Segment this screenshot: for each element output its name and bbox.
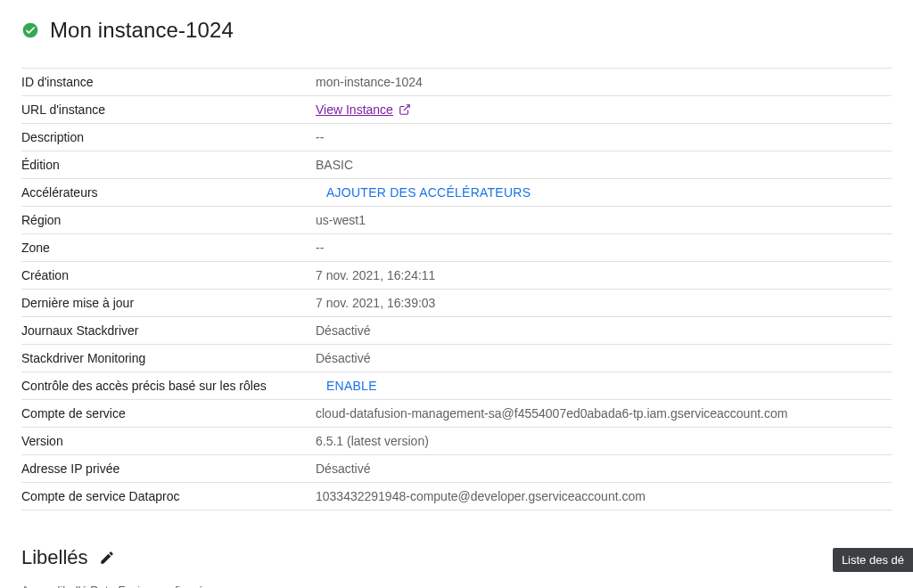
value-zone: -- [316, 234, 892, 262]
value-accelerators: AJOUTER DES ACCÉLÉRATEURS [316, 179, 892, 207]
row-service-account: Compte de service cloud-datafusion-manag… [21, 400, 892, 428]
svg-line-1 [404, 105, 409, 110]
edit-labels-icon[interactable] [99, 550, 115, 566]
label-service-account: Compte de service [21, 400, 316, 428]
value-edition: BASIC [316, 151, 892, 179]
label-last-update: Dernière mise à jour [21, 290, 316, 317]
status-success-icon [21, 21, 39, 39]
view-instance-link-text: View Instance [316, 102, 393, 117]
label-creation: Création [21, 262, 316, 290]
labels-empty-message: Aucun libellé Data Fusion configuré [21, 584, 892, 588]
row-edition: Édition BASIC [21, 151, 892, 179]
view-instance-link[interactable]: View Instance [316, 102, 411, 117]
svg-point-0 [23, 23, 38, 38]
row-instance-url: URL d'instance View Instance [21, 96, 892, 124]
row-last-update: Dernière mise à jour 7 nov. 2021, 16:39:… [21, 290, 892, 317]
label-stackdriver-monitoring: Stackdriver Monitoring [21, 345, 316, 372]
row-version: Version 6.5.1 (latest version) [21, 428, 892, 455]
value-private-ip: Désactivé [316, 455, 892, 483]
row-description: Description -- [21, 124, 892, 151]
value-last-update: 7 nov. 2021, 16:39:03 [316, 290, 892, 317]
row-dataproc-service-account: Compte de service Dataproc 1033432291948… [21, 483, 892, 510]
page-title: Mon instance-1024 [50, 18, 234, 43]
value-rbac: ENABLE [316, 372, 892, 400]
value-service-account: cloud-datafusion-management-sa@f4554007e… [316, 400, 892, 428]
row-creation: Création 7 nov. 2021, 16:24:11 [21, 262, 892, 290]
label-accelerators: Accélérateurs [21, 179, 316, 207]
value-stackdriver-logs: Désactivé [316, 317, 892, 345]
value-stackdriver-monitoring: Désactivé [316, 345, 892, 372]
value-dataproc-service-account: 1033432291948-compute@developer.gservice… [316, 483, 892, 510]
labels-section-header: Libellés [21, 546, 892, 569]
row-stackdriver-monitoring: Stackdriver Monitoring Désactivé [21, 345, 892, 372]
row-zone: Zone -- [21, 234, 892, 262]
label-description: Description [21, 124, 316, 151]
row-instance-id: ID d'instance mon-instance-1024 [21, 69, 892, 96]
label-private-ip: Adresse IP privée [21, 455, 316, 483]
row-rbac: Contrôle des accès précis basé sur les r… [21, 372, 892, 400]
label-version: Version [21, 428, 316, 455]
labels-title: Libellés [21, 546, 88, 569]
row-accelerators: Accélérateurs AJOUTER DES ACCÉLÉRATEURS [21, 179, 892, 207]
add-accelerators-button[interactable]: AJOUTER DES ACCÉLÉRATEURS [316, 185, 531, 200]
label-region: Région [21, 207, 316, 234]
enable-rbac-button[interactable]: ENABLE [316, 379, 377, 393]
label-instance-id: ID d'instance [21, 69, 316, 96]
value-instance-url: View Instance [316, 96, 892, 124]
label-edition: Édition [21, 151, 316, 179]
label-stackdriver-logs: Journaux Stackdriver [21, 317, 316, 345]
row-private-ip: Adresse IP privée Désactivé [21, 455, 892, 483]
value-description: -- [316, 124, 892, 151]
value-version: 6.5.1 (latest version) [316, 428, 892, 455]
floating-chip[interactable]: Liste des dé [833, 548, 913, 572]
external-link-icon [399, 103, 411, 116]
label-rbac: Contrôle des accès précis basé sur les r… [21, 372, 316, 400]
page-header: Mon instance-1024 [21, 18, 892, 43]
value-creation: 7 nov. 2021, 16:24:11 [316, 262, 892, 290]
value-instance-id: mon-instance-1024 [316, 69, 892, 96]
label-zone: Zone [21, 234, 316, 262]
value-region: us-west1 [316, 207, 892, 234]
row-region: Région us-west1 [21, 207, 892, 234]
row-stackdriver-logs: Journaux Stackdriver Désactivé [21, 317, 892, 345]
label-dataproc-service-account: Compte de service Dataproc [21, 483, 316, 510]
label-instance-url: URL d'instance [21, 96, 316, 124]
instance-details-table: ID d'instance mon-instance-1024 URL d'in… [21, 68, 892, 510]
